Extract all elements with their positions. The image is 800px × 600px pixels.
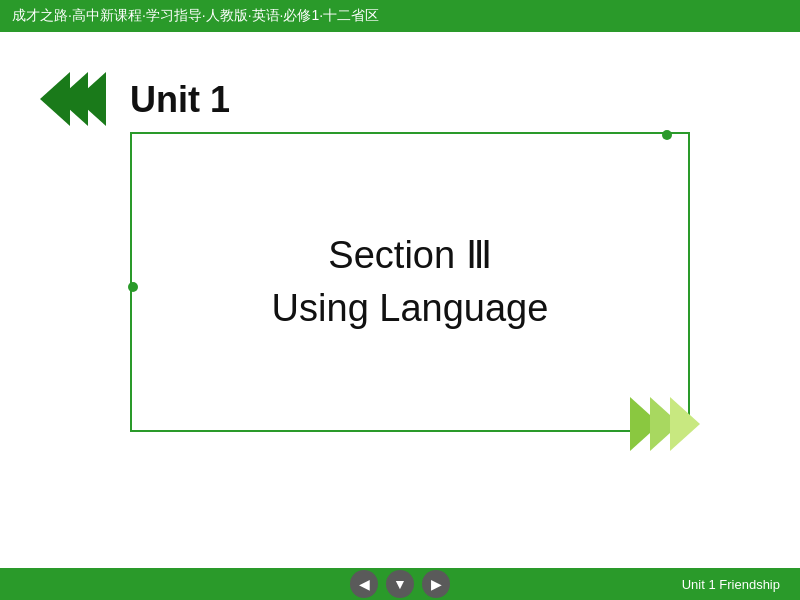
main-content: Unit 1 Section Ⅲ Using Language — [0, 32, 800, 568]
bottom-unit-text: Unit 1 Friendship — [682, 577, 780, 592]
home-icon: ▼ — [393, 576, 407, 592]
home-button[interactable]: ▼ — [386, 570, 414, 598]
nav-buttons: ◀ ▼ ▶ — [350, 570, 450, 598]
top-bar-text: 成才之路·高中新课程·学习指导·人教版·英语·必修1·十二省区 — [12, 7, 379, 25]
section-title: Section Ⅲ Using Language — [272, 229, 549, 335]
box-corner-dot-top-right — [662, 130, 672, 140]
section-line2: Using Language — [272, 282, 549, 335]
bottom-bar: ◀ ▼ ▶ Unit 1 Friendship — [0, 568, 800, 600]
next-button[interactable]: ▶ — [422, 570, 450, 598]
center-content-box: Section Ⅲ Using Language — [130, 132, 690, 432]
unit-title: Unit 1 — [130, 79, 230, 121]
chevron-right-3 — [670, 397, 700, 451]
box-corner-dot-left — [128, 282, 138, 292]
prev-icon: ◀ — [359, 576, 370, 592]
chevrons-right-decoration — [630, 397, 710, 452]
next-icon: ▶ — [431, 576, 442, 592]
chevrons-left-decoration — [40, 72, 110, 127]
top-bar: 成才之路·高中新课程·学习指导·人教版·英语·必修1·十二省区 — [0, 0, 800, 32]
prev-button[interactable]: ◀ — [350, 570, 378, 598]
section-line1: Section Ⅲ — [272, 229, 549, 282]
chevron-left-3 — [76, 72, 106, 126]
unit-label-area: Unit 1 — [40, 72, 230, 127]
